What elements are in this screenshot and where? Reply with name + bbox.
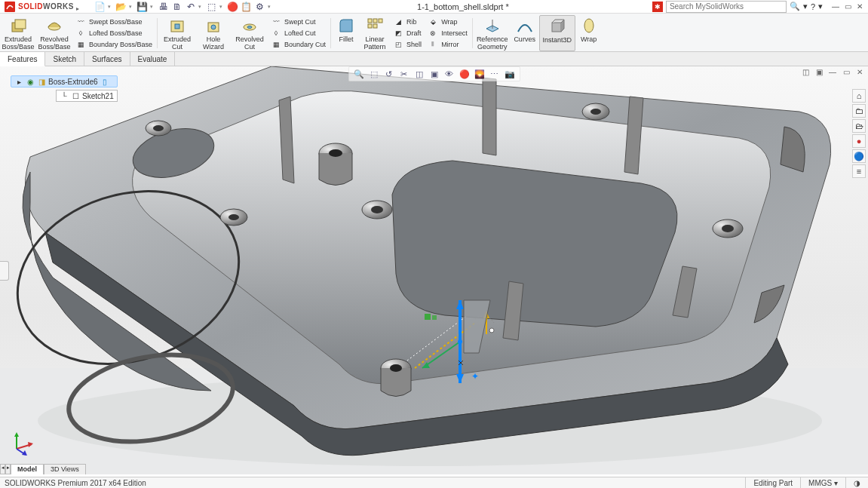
new-icon[interactable]: 📄 (94, 1, 106, 13)
taskpane-custom-props-icon[interactable]: ≡ (852, 164, 866, 178)
revolved-boss-icon (45, 17, 63, 35)
rebuild-icon[interactable]: 🔴 (227, 1, 239, 13)
vp-minimize-icon[interactable]: — (827, 66, 838, 77)
shell-icon: ◰ (393, 39, 403, 50)
linear-pattern-button[interactable]: Linear Pattern (360, 15, 390, 51)
taskpane-appearances-icon[interactable]: 🔵 (852, 149, 866, 163)
taskpane-design-lib-icon[interactable]: 🗀 (852, 104, 866, 118)
expand-icon[interactable]: ▸ (14, 77, 23, 86)
save-dropdown[interactable]: ▾ (150, 4, 156, 10)
revolved-boss-button[interactable]: Revolved Boss/Base (36, 15, 72, 51)
status-edition: SOLIDWORKS Premium 2017 x64 Edition (0, 479, 151, 487)
svg-point-23 (153, 125, 164, 131)
vp-toggle1-icon[interactable]: ◫ (800, 66, 811, 77)
boundary-cut-button[interactable]: ▦Boundary Cut (271, 38, 326, 50)
select-dropdown[interactable]: ▾ (219, 4, 225, 10)
viewport-window-controls: ◫ ▣ — ▭ ✕ (800, 66, 865, 77)
zoom-fit-icon[interactable]: 🔍 (354, 69, 364, 79)
graphics-viewport[interactable]: ✦ 🔍 ⬚ ↺ ✂ ◫ ▣ 👁 🔴 🌄 ⋯ 📷 ◫ ▣ — ▭ ✕ ⌂ 🗀 (0, 66, 868, 474)
search-input[interactable] (666, 1, 787, 13)
rib-button[interactable]: ◢Rib (393, 17, 422, 28)
ref-geometry-button[interactable]: Reference Geometry (474, 15, 511, 51)
svg-point-8 (247, 26, 252, 29)
taskpane-view-palette-icon[interactable]: ● (852, 134, 866, 148)
print-icon[interactable]: 🖶 (158, 1, 170, 13)
app-menu-dropdown[interactable] (76, 3, 84, 11)
tab-features[interactable]: Features (0, 52, 45, 66)
svg-point-25 (329, 149, 342, 157)
hole-wizard-button[interactable]: Hole Wizard (195, 15, 232, 51)
vp-toggle2-icon[interactable]: ▣ (814, 66, 824, 77)
minimize-button[interactable]: — (830, 2, 841, 12)
tab-surfaces[interactable]: Surfaces (84, 52, 130, 66)
shell-button[interactable]: ◰Shell (393, 38, 422, 50)
wrap-icon: ⬙ (428, 17, 438, 27)
new-dropdown[interactable]: ▾ (108, 4, 114, 10)
swept-cut-button[interactable]: 〰Swept Cut (271, 17, 326, 28)
tab-model[interactable]: Model (11, 464, 44, 474)
file-props-icon[interactable]: 📋 (241, 1, 253, 13)
select-icon[interactable]: ⬚ (206, 1, 218, 13)
swept-boss-button[interactable]: 〰Swept Boss/Base (75, 17, 152, 28)
view-settings-icon[interactable]: ⋯ (489, 69, 500, 79)
vp-maximize-icon[interactable]: ▭ (841, 66, 851, 77)
boundary-boss-button[interactable]: ▦Boundary Boss/Base (75, 38, 152, 50)
draft-button[interactable]: ◩Draft (393, 28, 422, 39)
taskpane-file-explorer-icon[interactable]: 🗁 (852, 119, 866, 133)
tab-3d-views[interactable]: 3D Views (44, 464, 86, 474)
zoom-area-icon[interactable]: ⬚ (369, 69, 379, 79)
help-icon[interactable]: ? (811, 2, 815, 11)
tab-evaluate[interactable]: Evaluate (130, 52, 176, 66)
undo-dropdown[interactable]: ▾ (198, 4, 204, 10)
brand-prefix: SOLID (18, 2, 43, 11)
tab-scroll[interactable]: ◂▸ (0, 464, 11, 474)
intersect-button[interactable]: ⊗Intersect (428, 28, 468, 39)
tab-sketch[interactable]: Sketch (45, 52, 84, 66)
feature-manager-flyout-handle[interactable] (0, 261, 9, 281)
extruded-cut-button[interactable]: Extruded Cut (159, 15, 195, 51)
open-icon[interactable]: 📂 (115, 1, 127, 13)
print-preview-icon[interactable]: 🗎 (171, 1, 183, 13)
hide-show-icon[interactable]: 👁 (444, 69, 455, 79)
orientation-triad[interactable] (9, 429, 36, 456)
wrap-button[interactable]: ⬙Wrap (428, 17, 468, 28)
search-dropdown[interactable]: ▾ (803, 2, 808, 11)
curves-button[interactable]: Curves (511, 15, 539, 51)
lofted-cut-button[interactable]: ◊Lofted Cut (271, 28, 326, 39)
help-dropdown[interactable]: ▾ (818, 2, 823, 11)
fillet-button[interactable]: Fillet (333, 15, 360, 51)
edit-appearance-icon[interactable]: 🔴 (459, 69, 470, 79)
status-extra-icon[interactable]: ◑ (845, 477, 868, 488)
section-view-icon[interactable]: ✂ (399, 69, 409, 79)
undo-icon[interactable]: ↶ (185, 1, 197, 13)
taskpane-home-icon[interactable]: ⌂ (852, 89, 866, 103)
save-icon[interactable]: 💾 (136, 1, 149, 13)
options-dropdown[interactable]: ▾ (268, 4, 274, 10)
sketch-name[interactable]: Sketch21 (82, 92, 114, 100)
vp-close-icon[interactable]: ✕ (854, 66, 865, 77)
command-tabs: Features Sketch Surfaces Evaluate (0, 52, 868, 66)
feature-name[interactable]: Boss-Extrude6 (48, 78, 98, 86)
open-dropdown[interactable]: ▾ (129, 4, 135, 10)
revolved-cut-button[interactable]: Revolved Cut (232, 15, 268, 51)
mirror-button[interactable]: ⦀Mirror (428, 38, 468, 50)
options-icon[interactable]: ⚙ (254, 1, 266, 13)
apply-scene-icon[interactable]: 🌄 (474, 69, 485, 79)
status-units[interactable]: MMGS ▾ (800, 477, 845, 488)
app-logo[interactable]: SOLIDWORKS (0, 2, 88, 12)
search-type-icon[interactable]: ✱ (652, 2, 663, 12)
wrap-lg-button[interactable]: Wrap (575, 15, 603, 51)
flyout-feature-tree[interactable]: ▸ ◉ ◨ Boss-Extrude6 ▯ └ ☐ Sketch21 (11, 75, 118, 102)
lofted-boss-button[interactable]: ◊Lofted Boss/Base (75, 28, 152, 39)
instant3d-button[interactable]: Instant3D (539, 15, 575, 51)
render-tools-icon[interactable]: 📷 (505, 69, 515, 79)
view-orient-icon[interactable]: ◫ (414, 69, 425, 79)
search-icon[interactable]: 🔍 (790, 2, 800, 11)
restore-button[interactable]: ▭ (842, 2, 853, 12)
display-style-icon[interactable]: ▣ (429, 69, 440, 79)
swept-boss-icon: 〰 (75, 17, 86, 27)
prev-view-icon[interactable]: ↺ (384, 69, 394, 79)
extruded-boss-button[interactable]: Extruded Boss/Base (0, 15, 36, 51)
close-button[interactable]: ✕ (854, 2, 865, 12)
rollback-icon[interactable]: ▯ (100, 77, 109, 86)
